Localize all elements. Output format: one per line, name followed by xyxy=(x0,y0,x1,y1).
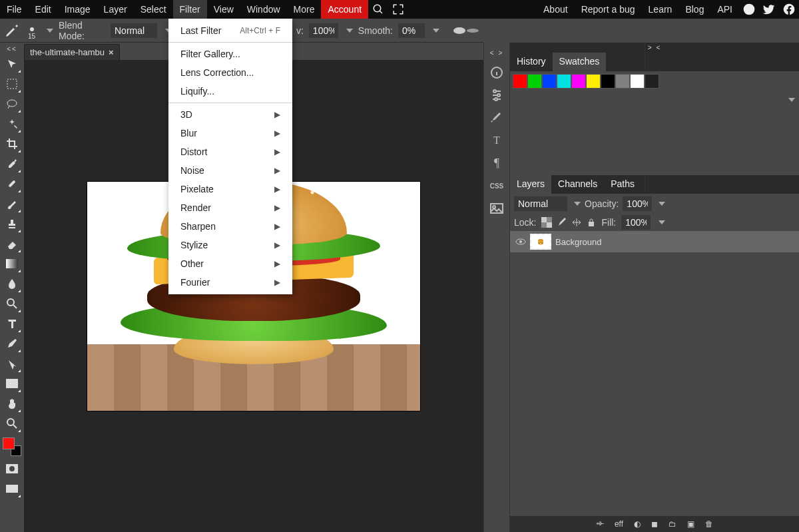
tool-type[interactable] xyxy=(2,314,22,334)
layer-blend-dropdown[interactable] xyxy=(574,202,581,206)
tool-zoom[interactable] xyxy=(2,413,22,433)
menu-account[interactable]: Account xyxy=(321,0,368,19)
toolbox-collapse[interactable]: << xyxy=(7,44,17,54)
swatch-6[interactable] xyxy=(601,74,615,89)
layer-blend-select[interactable] xyxy=(514,196,567,211)
swatch-7[interactable] xyxy=(615,74,630,89)
swatch-0[interactable] xyxy=(513,74,527,89)
tool-pen[interactable] xyxy=(2,334,22,354)
filter-sharpen[interactable]: Sharpen▶ xyxy=(168,217,292,236)
tool-dodge[interactable] xyxy=(2,294,22,314)
filter-3d[interactable]: 3D▶ xyxy=(168,105,292,124)
lock-transparent-icon[interactable] xyxy=(541,217,552,228)
tab-swatches[interactable]: Swatches xyxy=(553,53,607,71)
visibility-icon[interactable] xyxy=(515,236,526,247)
info-panel-icon[interactable] xyxy=(489,65,505,81)
layer-opacity-input[interactable] xyxy=(623,196,652,211)
brush-dropdown[interactable] xyxy=(47,29,53,33)
smooth-input[interactable] xyxy=(398,23,425,38)
link-about[interactable]: About xyxy=(537,0,575,19)
brush-size-preview[interactable]: 15 xyxy=(25,24,39,37)
search-icon[interactable] xyxy=(368,0,388,19)
smooth-dropdown[interactable] xyxy=(433,29,439,33)
color-swatches[interactable] xyxy=(3,437,21,456)
filter-render[interactable]: Render▶ xyxy=(168,198,292,217)
twitter-icon[interactable] xyxy=(759,0,779,19)
tab-paths[interactable]: Paths xyxy=(604,175,641,194)
filter-distort[interactable]: Distort▶ xyxy=(168,142,292,161)
swatches-menu-icon[interactable] xyxy=(788,98,795,102)
close-icon[interactable]: × xyxy=(109,47,114,57)
fill-dropdown[interactable] xyxy=(659,220,665,224)
reddit-icon[interactable] xyxy=(739,0,759,19)
menu-select[interactable]: Select xyxy=(134,0,173,19)
lock-all-icon[interactable] xyxy=(587,218,596,227)
link-learn[interactable]: Learn xyxy=(642,0,679,19)
link-layers-icon[interactable]: ⬲ xyxy=(596,519,604,529)
css-panel-icon[interactable]: CSS xyxy=(489,178,505,194)
menu-image[interactable]: Image xyxy=(58,0,97,19)
opacity-dropdown[interactable] xyxy=(346,29,353,33)
tab-channels[interactable]: Channels xyxy=(551,175,604,194)
adjustment-icon[interactable]: ◼ xyxy=(651,519,658,529)
brush-panel-icon[interactable] xyxy=(489,110,505,126)
image-panel-icon[interactable] xyxy=(489,200,505,216)
filter-pixelate[interactable]: Pixelate▶ xyxy=(168,180,292,198)
fullscreen-icon[interactable] xyxy=(388,0,408,19)
tool-blur[interactable] xyxy=(2,274,22,294)
swatch-8[interactable] xyxy=(630,74,645,89)
panels-collapse[interactable]: > < xyxy=(510,43,799,53)
new-layer-icon[interactable]: ▣ xyxy=(687,519,694,529)
link-bug[interactable]: Report a bug xyxy=(575,0,642,19)
facebook-icon[interactable] xyxy=(779,0,799,19)
tool-brush[interactable] xyxy=(2,194,22,214)
menu-window[interactable]: Window xyxy=(240,0,287,19)
lock-paint-icon[interactable] xyxy=(557,218,567,227)
swatch-3[interactable] xyxy=(557,74,571,89)
filter-lens[interactable]: Lens Correction... xyxy=(168,63,292,82)
paragraph-panel-icon[interactable]: ¶ xyxy=(489,155,505,171)
character-panel-icon[interactable]: T xyxy=(489,133,505,148)
tool-hand[interactable] xyxy=(2,394,22,413)
layer-row-background[interactable]: 🍔 Background xyxy=(510,231,799,252)
filter-liquify[interactable]: Liquify... xyxy=(168,82,292,101)
adjust-panel-icon[interactable] xyxy=(489,87,505,103)
effects-icon[interactable]: eff xyxy=(615,519,623,529)
trash-icon[interactable]: 🗑 xyxy=(705,519,713,529)
menu-filter[interactable]: Filter xyxy=(173,0,207,19)
link-api[interactable]: API xyxy=(710,0,739,19)
menu-edit[interactable]: Edit xyxy=(29,0,58,19)
menu-view[interactable]: View xyxy=(207,0,240,19)
filter-fourier[interactable]: Fourier▶ xyxy=(168,273,292,292)
swatch-1[interactable] xyxy=(527,74,542,89)
lock-move-icon[interactable] xyxy=(572,218,581,227)
filter-last[interactable]: Last Filter Alt+Ctrl + F xyxy=(168,21,292,40)
brush-preview-icon[interactable] xyxy=(4,23,20,39)
tool-path[interactable] xyxy=(2,354,22,374)
filter-gallery[interactable]: Filter Gallery... xyxy=(168,45,292,63)
tool-lasso[interactable] xyxy=(2,94,22,114)
brush-shape-icon[interactable] xyxy=(453,27,479,35)
screenmode-icon[interactable] xyxy=(2,479,22,499)
link-blog[interactable]: Blog xyxy=(678,0,710,19)
menu-file[interactable]: File xyxy=(0,0,29,19)
mask-icon[interactable]: ◐ xyxy=(634,519,641,529)
tool-eraser[interactable] xyxy=(2,234,22,254)
swatch-4[interactable] xyxy=(571,74,586,89)
tool-stamp[interactable] xyxy=(2,214,22,234)
fg-color[interactable] xyxy=(3,437,15,449)
filter-blur[interactable]: Blur▶ xyxy=(168,124,292,142)
filter-noise[interactable]: Noise▶ xyxy=(168,161,292,180)
menu-layer[interactable]: Layer xyxy=(97,0,134,19)
tab-history[interactable]: History xyxy=(510,53,553,71)
filter-stylize[interactable]: Stylize▶ xyxy=(168,236,292,254)
tool-heal[interactable] xyxy=(2,174,22,194)
tool-move[interactable] xyxy=(2,54,22,74)
fill-input[interactable] xyxy=(621,215,651,230)
tool-crop[interactable] xyxy=(2,134,22,154)
tool-gradient[interactable] xyxy=(2,254,22,274)
quickmask-icon[interactable] xyxy=(2,459,22,479)
group-icon[interactable]: 🗀 xyxy=(668,519,676,529)
filter-other[interactable]: Other▶ xyxy=(168,254,292,273)
layer-opacity-dropdown[interactable] xyxy=(659,202,665,206)
